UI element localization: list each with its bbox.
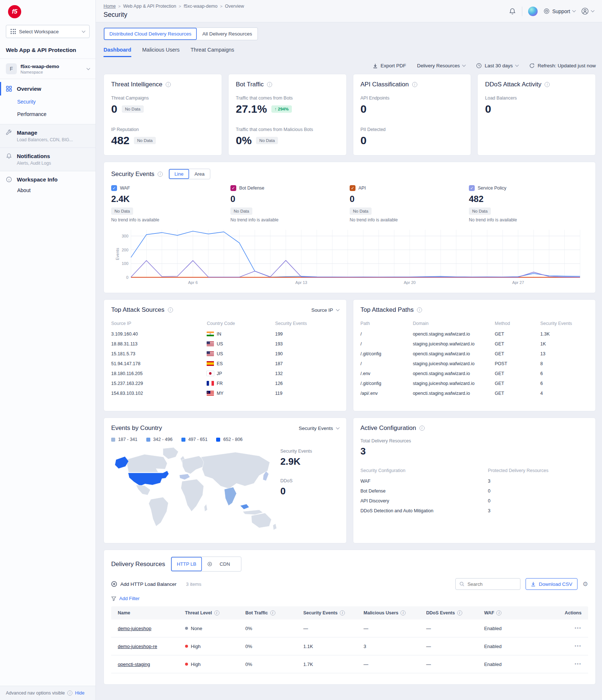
toggle-area[interactable]: Area bbox=[189, 169, 210, 179]
user-icon bbox=[581, 7, 589, 15]
add-filter-button[interactable]: Add Filter bbox=[111, 596, 588, 601]
bot-traffic-value: 27.1% bbox=[236, 103, 267, 115]
info-icon[interactable]: i bbox=[400, 610, 406, 615]
row-actions-menu[interactable]: ••• bbox=[545, 662, 582, 667]
grid-dots-icon bbox=[11, 29, 16, 34]
sidebar-item-about[interactable]: About bbox=[0, 184, 95, 199]
breadcrumb-separator: > bbox=[220, 4, 222, 8]
row-actions-menu[interactable]: ••• bbox=[545, 644, 582, 649]
flag-icon-fr bbox=[207, 381, 214, 386]
delivery-resources-dropdown[interactable]: Delivery Resources bbox=[417, 63, 465, 68]
workspace-info-label: Workspace Info bbox=[17, 176, 57, 183]
chevron-down-icon bbox=[572, 9, 576, 12]
breadcrumb-waap[interactable]: Web App & API Protection bbox=[123, 4, 176, 9]
info-icon[interactable]: i bbox=[267, 82, 272, 87]
info-icon[interactable]: i bbox=[457, 610, 462, 615]
events-metric-dropdown[interactable]: Security Events bbox=[299, 426, 339, 431]
legend-swatch bbox=[216, 438, 220, 442]
items-count: 3 items bbox=[186, 581, 202, 587]
toggle-all-delivery[interactable]: All Delivery Resources bbox=[197, 28, 257, 40]
security-events-chart: 0100200300Apr 6Apr 13Apr 20Apr 27Events bbox=[111, 226, 588, 288]
assistant-orb-icon[interactable] bbox=[528, 7, 538, 16]
tab-malicious-users[interactable]: Malicious Users bbox=[142, 47, 180, 57]
f5-logo[interactable]: f5 bbox=[0, 0, 95, 21]
manage-label: Manage bbox=[17, 130, 73, 136]
sidebar-item-workspace-info[interactable]: Workspace Info bbox=[0, 171, 95, 184]
source-ip-dropdown[interactable]: Source IP bbox=[311, 307, 339, 313]
info-icon[interactable]: i bbox=[340, 610, 345, 615]
support-menu[interactable]: Support bbox=[543, 8, 575, 14]
info-icon[interactable]: i bbox=[214, 610, 219, 615]
api-checkbox[interactable]: ✓ bbox=[350, 185, 355, 191]
info-icon[interactable]: i bbox=[419, 426, 425, 431]
bot-defense-events-value: 0 bbox=[230, 194, 350, 204]
legend-swatch bbox=[146, 438, 150, 442]
lb-link[interactable]: opencti-staging bbox=[118, 662, 150, 667]
account-menu[interactable] bbox=[581, 7, 594, 15]
toggle-distributed-cloud[interactable]: Distributed Cloud Delivery Resources bbox=[104, 28, 197, 40]
malicious-bot-traffic-value: 0% bbox=[236, 134, 252, 147]
bot-defense-checkbox[interactable]: ✓ bbox=[230, 185, 236, 191]
service-policy-checkbox[interactable]: ✓ bbox=[469, 185, 475, 191]
toggle-http-lb[interactable]: HTTP LB bbox=[171, 557, 202, 571]
info-icon[interactable]: i bbox=[270, 610, 275, 615]
delivery-resources-card: Delivery Resources HTTP LB CDN Add HTTP … bbox=[104, 550, 596, 685]
lb-link[interactable]: demo-juiceshop-re bbox=[118, 644, 157, 649]
svg-text:200: 200 bbox=[122, 248, 128, 252]
ddos-attack-activity-card: DDoS Attack Activityi Load Balancers 0 bbox=[477, 74, 596, 156]
world-map[interactable] bbox=[111, 443, 281, 536]
sidebar-item-notifications[interactable]: Notifications Alerts, Audit Logs bbox=[0, 147, 95, 171]
lifebuoy-icon bbox=[543, 8, 550, 14]
breadcrumb-separator: > bbox=[179, 4, 181, 8]
flag-icon-es bbox=[207, 361, 214, 366]
svg-text:0: 0 bbox=[126, 275, 128, 280]
toggle-line[interactable]: Line bbox=[169, 169, 189, 179]
flag-icon-in bbox=[207, 332, 214, 336]
ddos-label: DDoS bbox=[281, 478, 339, 483]
search-input[interactable] bbox=[467, 581, 511, 587]
row-actions-menu[interactable]: ••• bbox=[545, 626, 582, 631]
tab-dashboard[interactable]: Dashboard bbox=[104, 47, 131, 57]
waf-events-value: 2.4K bbox=[111, 194, 230, 204]
lb-link[interactable]: demo-juiceshop bbox=[118, 626, 151, 631]
sidebar-item-security[interactable]: Security bbox=[0, 96, 95, 108]
info-icon[interactable]: i bbox=[168, 307, 173, 312]
workspace-selector[interactable]: Select Workspace bbox=[6, 25, 90, 38]
sidebar-item-performance[interactable]: Performance bbox=[0, 108, 95, 120]
threat-campaigns-value: 0 bbox=[111, 103, 117, 115]
table-settings-gear-icon[interactable]: ⚙ bbox=[583, 580, 588, 588]
breadcrumb-home[interactable]: Home bbox=[104, 4, 116, 9]
flag-icon-us bbox=[207, 351, 214, 356]
sidebar-item-overview[interactable]: Overview bbox=[0, 82, 95, 96]
table-row: Bot Defense0 bbox=[361, 486, 588, 496]
time-range-dropdown[interactable]: Last 30 days bbox=[476, 63, 518, 68]
lb-type-toggle: HTTP LB CDN bbox=[171, 557, 241, 572]
notification-bell-icon[interactable] bbox=[509, 8, 516, 15]
add-http-lb-button[interactable]: Add HTTP Load Balancer bbox=[111, 581, 177, 587]
hide-link[interactable]: Hide bbox=[75, 690, 84, 696]
info-icon[interactable]: i bbox=[545, 82, 550, 87]
events-by-country-card: Events by Country Security Events 187 - … bbox=[104, 418, 347, 543]
table-row: /staging.juiceshop.wafwizard.ioGET1K bbox=[361, 339, 588, 349]
download-csv-button[interactable]: Download CSV bbox=[526, 578, 577, 590]
dashboard-toolbar: Export PDF Delivery Resources Last 30 da… bbox=[104, 63, 596, 68]
info-icon[interactable]: i bbox=[496, 610, 501, 615]
wrench-icon bbox=[6, 130, 12, 136]
chevron-down-icon bbox=[82, 29, 86, 33]
export-pdf-button[interactable]: Export PDF bbox=[373, 63, 406, 68]
info-icon[interactable]: i bbox=[417, 307, 422, 312]
sidebar-item-manage[interactable]: Manage Load Balancers, CDN, BIG... bbox=[0, 124, 95, 147]
tab-threat-campaigns[interactable]: Threat Campaigns bbox=[191, 47, 234, 57]
api-classification-card: API Classificationi API Endpoints 0 PII … bbox=[353, 74, 471, 156]
refresh-button[interactable]: Refresh: Updated just now bbox=[529, 63, 596, 68]
namespace-selector[interactable]: F f5xc-waap-demo Namespace bbox=[0, 59, 95, 79]
info-icon[interactable]: i bbox=[166, 82, 171, 87]
breadcrumb-namespace[interactable]: f5xc-waap-demo bbox=[184, 4, 217, 9]
waf-checkbox[interactable]: ✓ bbox=[111, 185, 117, 191]
clock-icon bbox=[476, 63, 482, 68]
info-icon[interactable]: i bbox=[412, 82, 417, 87]
threat-intelligence-card: Threat Intelligencei Threat Campaigns 0N… bbox=[104, 74, 222, 156]
breadcrumb-overview[interactable]: Overview bbox=[225, 4, 244, 9]
toggle-cdn[interactable]: CDN bbox=[202, 557, 241, 571]
info-icon[interactable]: i bbox=[158, 172, 163, 177]
